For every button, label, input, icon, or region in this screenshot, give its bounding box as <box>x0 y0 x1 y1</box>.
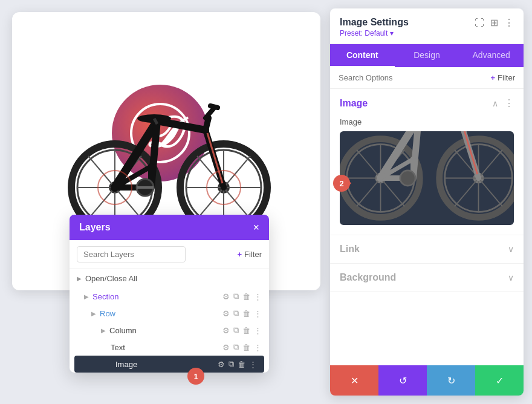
layers-filter-button[interactable]: + Filter <box>238 250 262 259</box>
layer-text-duplicate-icon[interactable]: ⧉ <box>233 342 239 352</box>
section-bg-chevron-icon: ∨ <box>508 273 514 282</box>
section-link-chevron-icon: ∨ <box>508 244 514 254</box>
layer-image-delete-icon[interactable]: 🗑 <box>238 360 245 369</box>
settings-body: Image ∧ ⋮ Image <box>330 89 524 396</box>
save-button[interactable]: ✓ <box>475 365 524 396</box>
filter-plus-icon: + <box>238 250 242 259</box>
settings-section-image-header[interactable]: Image ∧ ⋮ <box>330 89 524 117</box>
canvas-bike-container: 𝒟 <box>51 67 281 236</box>
layer-item-column[interactable]: ▶ Column ⚙ ⧉ 🗑 ⋮ <box>70 322 269 339</box>
svg-line-16 <box>157 121 206 130</box>
settings-section-link: Link ∨ <box>330 235 524 264</box>
layer-image-actions: ⚙ ⧉ 🗑 ⋮ <box>218 359 257 369</box>
layer-image-more-icon[interactable]: ⋮ <box>249 360 257 369</box>
more-options-icon[interactable]: ⋮ <box>504 17 514 28</box>
settings-header: Image Settings Preset: Default ▾ ⛶ ⊞ ⋮ <box>330 8 524 44</box>
settings-filter-label: Filter <box>498 73 515 82</box>
settings-footer: ✕ ↺ ↻ ✓ <box>330 365 524 396</box>
section-bg-header-icons: ∨ <box>508 273 514 282</box>
svg-point-56 <box>400 171 415 186</box>
open-close-all-row[interactable]: ▶ Open/Close All <box>70 269 269 288</box>
cancel-icon: ✕ <box>351 375 358 386</box>
layers-panel: Layers × + Filter ▶ Open/Close All ▶ Sec… <box>70 215 269 373</box>
layers-title: Layers <box>79 222 111 233</box>
settings-title-block: Image Settings Preset: Default ▾ <box>340 17 409 37</box>
layer-col-arrow-icon: ▶ <box>101 327 106 334</box>
layer-arrow-icon: ▶ <box>84 293 89 300</box>
tab-content[interactable]: Content <box>330 44 395 67</box>
section-link-header-icons: ∨ <box>508 244 514 254</box>
layer-text-more-icon[interactable]: ⋮ <box>254 343 262 352</box>
layer-col-actions: ⚙ ⧉ 🗑 ⋮ <box>222 325 262 335</box>
layer-row-settings-icon[interactable]: ⚙ <box>222 309 230 318</box>
settings-header-icons: ⛶ ⊞ ⋮ <box>475 17 514 28</box>
layer-delete-icon[interactable]: 🗑 <box>242 292 250 301</box>
undo-icon: ↺ <box>399 375 407 386</box>
settings-bike-preview <box>340 131 514 225</box>
layer-name-row: Row <box>100 309 222 318</box>
settings-section-background-title: Background <box>340 272 396 283</box>
layer-name-text: Text <box>111 343 222 352</box>
svg-line-23 <box>210 106 218 108</box>
layer-item-image[interactable]: Image ⚙ ⧉ 🗑 ⋮ <box>74 356 264 373</box>
cancel-button[interactable]: ✕ <box>330 365 378 396</box>
svg-line-22 <box>206 109 213 118</box>
layer-image-duplicate-icon[interactable]: ⧉ <box>229 359 234 369</box>
image-preview-container[interactable] <box>340 131 514 225</box>
layers-close-button[interactable]: × <box>253 222 259 233</box>
fullscreen-icon[interactable]: ⛶ <box>475 18 484 28</box>
layer-row-arrow-icon: ▶ <box>91 310 96 317</box>
settings-section-background-header[interactable]: Background ∨ <box>330 264 524 292</box>
layer-duplicate-icon[interactable]: ⧉ <box>233 292 239 301</box>
filter-label: Filter <box>244 250 262 259</box>
layers-header: Layers × <box>70 215 269 240</box>
layer-item-section[interactable]: ▶ Section ⚙ ⧉ 🗑 ⋮ <box>70 288 269 305</box>
layer-row-more-icon[interactable]: ⋮ <box>254 309 262 318</box>
layer-row-duplicate-icon[interactable]: ⧉ <box>233 308 239 318</box>
settings-tabs: Content Design Advanced <box>330 44 524 67</box>
redo-icon: ↻ <box>447 375 455 386</box>
settings-filter-button[interactable]: + Filter <box>491 73 515 82</box>
section-image-header-icons: ∧ ⋮ <box>492 97 514 109</box>
layers-search-input[interactable] <box>77 246 186 262</box>
open-close-label: Open/Close All <box>85 274 137 283</box>
layer-row-delete-icon[interactable]: 🗑 <box>242 309 250 318</box>
layer-text-actions: ⚙ ⧉ 🗑 ⋮ <box>222 342 262 352</box>
open-close-arrow-icon: ▶ <box>77 275 82 282</box>
layer-col-delete-icon[interactable]: 🗑 <box>242 326 250 335</box>
undo-button[interactable]: ↺ <box>378 365 427 396</box>
layer-name-image: Image <box>115 360 218 369</box>
save-check-icon: ✓ <box>496 375 504 386</box>
layer-section-actions: ⚙ ⧉ 🗑 ⋮ <box>222 292 262 301</box>
settings-section-link-title: Link <box>340 244 360 255</box>
layer-col-more-icon[interactable]: ⋮ <box>254 326 262 335</box>
settings-preset[interactable]: Preset: Default ▾ <box>340 29 409 37</box>
tab-advanced[interactable]: Advanced <box>459 44 524 67</box>
layer-col-duplicate-icon[interactable]: ⧉ <box>233 325 239 335</box>
layer-text-settings-icon[interactable]: ⚙ <box>222 343 230 352</box>
columns-icon[interactable]: ⊞ <box>490 17 498 28</box>
image-field-label: Image <box>330 117 524 131</box>
layer-row-actions: ⚙ ⧉ 🗑 ⋮ <box>222 308 262 318</box>
settings-search-row: + Filter <box>330 67 524 89</box>
settings-section-background: Background ∨ <box>330 264 524 292</box>
settings-section-image-title: Image <box>340 98 368 109</box>
section-image-more-icon[interactable]: ⋮ <box>504 97 514 109</box>
layer-image-settings-icon[interactable]: ⚙ <box>218 360 225 369</box>
settings-panel: Image Settings Preset: Default ▾ ⛶ ⊞ ⋮ C… <box>330 8 524 396</box>
layers-search-row: + Filter <box>70 240 269 269</box>
tab-design[interactable]: Design <box>395 44 459 67</box>
layer-text-delete-icon[interactable]: 🗑 <box>242 343 250 352</box>
layer-more-icon[interactable]: ⋮ <box>254 292 262 301</box>
settings-search-input[interactable] <box>339 73 491 82</box>
layer-item-text[interactable]: Text ⚙ ⧉ 🗑 ⋮ <box>70 339 269 356</box>
badge-1: 1 <box>187 368 204 385</box>
layer-item-row[interactable]: ▶ Row ⚙ ⧉ 🗑 ⋮ <box>70 305 269 322</box>
settings-section-link-header[interactable]: Link ∨ <box>330 235 524 263</box>
redo-button[interactable]: ↻ <box>427 365 475 396</box>
bike-illustration <box>51 67 281 236</box>
layer-col-settings-icon[interactable]: ⚙ <box>222 326 230 335</box>
layer-name-column: Column <box>109 326 222 335</box>
layer-name-section: Section <box>92 292 222 301</box>
layer-settings-icon[interactable]: ⚙ <box>222 292 230 301</box>
